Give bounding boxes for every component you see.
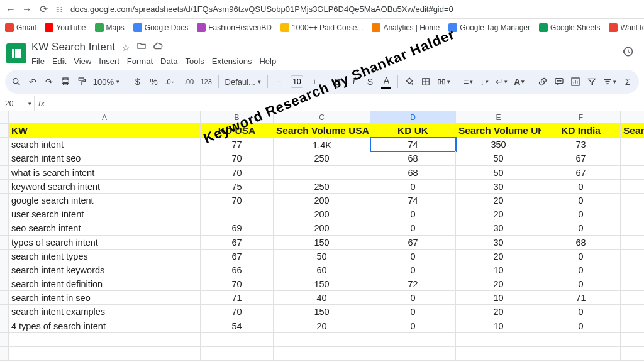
- cell[interactable]: types of search intent: [9, 236, 201, 250]
- cell[interactable]: [274, 347, 370, 361]
- cell[interactable]: 150: [274, 305, 370, 319]
- bookmark-item[interactable]: Google Sheets: [539, 23, 600, 32]
- column-header[interactable]: B: [201, 111, 274, 124]
- menu-item[interactable]: View: [74, 57, 91, 66]
- spreadsheet-grid[interactable]: ABCDEFKWKD USASearch Volume USAKD UKSear…: [0, 111, 644, 361]
- bookmark-item[interactable]: Google Tag Manager: [448, 23, 530, 32]
- cell[interactable]: 4 types of search intent: [9, 319, 201, 333]
- cell[interactable]: 50: [456, 166, 541, 180]
- percent-icon[interactable]: %: [149, 75, 159, 89]
- functions-icon[interactable]: Σ: [623, 75, 633, 89]
- cell[interactable]: 60: [274, 263, 370, 277]
- font-size-decrease[interactable]: −: [274, 75, 284, 89]
- sheet-header-cell[interactable]: KD UK: [370, 124, 456, 138]
- row-header[interactable]: [0, 151, 9, 165]
- row-header[interactable]: [0, 319, 9, 333]
- valign-icon[interactable]: ↓: [479, 75, 489, 89]
- bookmark-item[interactable]: Gmail: [5, 23, 36, 32]
- cell[interactable]: 150: [274, 236, 370, 250]
- row-header[interactable]: [0, 124, 9, 138]
- menu-item[interactable]: File: [31, 57, 45, 66]
- column-header[interactable]: [621, 111, 644, 124]
- cell[interactable]: 74: [370, 194, 456, 207]
- cell[interactable]: 20: [274, 319, 370, 333]
- reload-icon[interactable]: ⟳: [38, 4, 49, 15]
- cell[interactable]: [621, 221, 644, 235]
- cell[interactable]: search intent examples: [9, 305, 201, 319]
- cell[interactable]: [201, 207, 274, 221]
- cell[interactable]: 68: [541, 236, 621, 250]
- menu-item[interactable]: Insert: [99, 57, 119, 66]
- cell[interactable]: [621, 138, 644, 151]
- cell[interactable]: [370, 333, 456, 347]
- cell[interactable]: 0: [541, 221, 621, 235]
- cell[interactable]: 68: [370, 151, 456, 165]
- cell[interactable]: 67: [201, 236, 274, 250]
- cell[interactable]: keyword search intent: [9, 180, 201, 194]
- row-header[interactable]: [0, 291, 9, 305]
- cell[interactable]: 0: [541, 207, 621, 221]
- cell[interactable]: 68: [370, 166, 456, 180]
- bookmark-item[interactable]: Google Docs: [133, 23, 188, 32]
- cell[interactable]: [621, 180, 644, 194]
- cell[interactable]: seo search intent: [9, 221, 201, 235]
- cell[interactable]: 350: [456, 138, 541, 151]
- cell[interactable]: 50: [456, 151, 541, 165]
- star-icon[interactable]: ☆: [121, 41, 130, 53]
- column-header[interactable]: [0, 111, 9, 124]
- rotate-icon[interactable]: A: [514, 75, 525, 89]
- cell[interactable]: [541, 347, 621, 361]
- cell[interactable]: 75: [201, 180, 274, 194]
- cell[interactable]: 0: [541, 277, 621, 291]
- bookmark-item[interactable]: 1000++ Paid Corse...: [280, 23, 363, 32]
- cell[interactable]: [274, 166, 370, 180]
- cell[interactable]: [621, 236, 644, 250]
- cell[interactable]: 10: [456, 291, 541, 305]
- menu-item[interactable]: Data: [160, 57, 177, 66]
- cell[interactable]: 200: [274, 207, 370, 221]
- sheet-header-cell[interactable]: KD India: [541, 124, 621, 138]
- cell[interactable]: [621, 305, 644, 319]
- row-header[interactable]: [0, 221, 9, 235]
- strike-icon[interactable]: S: [365, 75, 375, 89]
- doc-title[interactable]: KW Search Intent: [31, 41, 115, 53]
- cell[interactable]: [370, 347, 456, 361]
- cell[interactable]: [621, 250, 644, 263]
- cell[interactable]: 250: [274, 180, 370, 194]
- cell[interactable]: 0: [541, 250, 621, 263]
- cell[interactable]: 10: [456, 319, 541, 333]
- bold-icon[interactable]: B: [333, 75, 343, 89]
- cell[interactable]: 20: [456, 194, 541, 207]
- bookmark-item[interactable]: FashionHeavenBD: [197, 23, 272, 32]
- font-select[interactable]: Defaul...: [225, 77, 261, 87]
- forward-icon[interactable]: →: [21, 4, 33, 15]
- cell[interactable]: 0: [541, 263, 621, 277]
- cell[interactable]: 200: [274, 221, 370, 235]
- cell[interactable]: search intent definition: [9, 277, 201, 291]
- print-icon[interactable]: [60, 75, 70, 89]
- cell[interactable]: 20: [456, 250, 541, 263]
- cell[interactable]: [9, 333, 201, 347]
- font-size-increase[interactable]: +: [309, 75, 319, 89]
- cell[interactable]: [201, 347, 274, 361]
- column-header[interactable]: D: [370, 111, 456, 124]
- fill-color-icon[interactable]: [404, 75, 414, 89]
- bookmark-item[interactable]: Analytics | Home: [372, 23, 440, 32]
- cell[interactable]: search intent: [9, 138, 201, 151]
- cell[interactable]: 40: [274, 291, 370, 305]
- row-header[interactable]: [0, 180, 9, 194]
- cell[interactable]: 73: [541, 138, 621, 151]
- increase-decimal-icon[interactable]: .00: [184, 75, 194, 89]
- column-header[interactable]: F: [541, 111, 621, 124]
- cell[interactable]: 70: [201, 194, 274, 207]
- cell[interactable]: 0: [370, 305, 456, 319]
- cell[interactable]: 70: [201, 151, 274, 165]
- more-formats-icon[interactable]: 123: [200, 75, 211, 89]
- cell[interactable]: 71: [201, 291, 274, 305]
- row-header[interactable]: [0, 333, 9, 347]
- cell[interactable]: 0: [370, 207, 456, 221]
- cell[interactable]: 20: [456, 207, 541, 221]
- cell[interactable]: user search intent: [9, 207, 201, 221]
- decrease-decimal-icon[interactable]: .0←: [165, 75, 177, 89]
- cell[interactable]: 0: [370, 180, 456, 194]
